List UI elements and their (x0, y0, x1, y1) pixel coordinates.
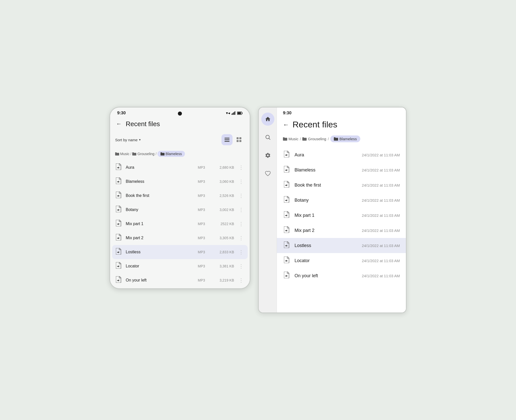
tablet-file-row[interactable]: Book the first 24/1/2022 at 11:03 AM (277, 178, 406, 193)
file-name: Mix part 1 (126, 222, 194, 226)
tablet-breadcrumb-music[interactable]: Music (283, 137, 298, 141)
tablet-file-date: 24/1/2022 at 11:03 AM (362, 259, 400, 263)
breadcrumb-blameless[interactable]: Blameless (157, 151, 185, 157)
more-options-button[interactable]: ⋮ (238, 221, 245, 227)
phone-file-row[interactable]: On your left MP3 3,219 KB ⋮ (110, 273, 250, 287)
phone-file-row[interactable]: Blameless MP3 3,060 KB ⋮ (110, 174, 250, 189)
file-type: MP3 (198, 250, 210, 254)
audio-file-icon (283, 257, 291, 265)
file-name: Book the first (126, 193, 194, 198)
phone-file-row[interactable]: Botany MP3 3,002 KB ⋮ (110, 203, 250, 217)
file-size: 2522 KB (214, 222, 234, 226)
list-view-icon (224, 137, 230, 142)
tablet-back-button[interactable]: ← (283, 121, 289, 128)
svg-rect-6 (242, 113, 243, 114)
more-options-button[interactable]: ⋮ (238, 179, 245, 185)
tablet-file-date: 24/1/2022 at 11:03 AM (362, 168, 400, 172)
breadcrumb-music-label: Music (120, 152, 130, 156)
tablet-breadcrumb-grouseling[interactable]: Grouseling (302, 137, 326, 141)
tablet-breadcrumb: Music / Grouseling / Blameless (277, 133, 406, 146)
svg-rect-9 (224, 141, 230, 142)
audio-file-icon (283, 226, 291, 234)
phone-file-row[interactable]: Lostless MP3 2,833 KB ⋮ (112, 245, 248, 259)
tablet-file-row[interactable]: Aura 24/1/2022 at 11:03 AM (277, 147, 406, 162)
phone-file-row[interactable]: Book the first MP3 2,526 KB ⋮ (110, 189, 250, 203)
audio-file-icon (283, 151, 291, 159)
svg-rect-35 (285, 155, 286, 156)
audio-file-icon (115, 192, 122, 200)
tablet-file-row[interactable]: Mix part 1 24/1/2022 at 11:03 AM (277, 208, 406, 223)
tablet-file-date: 24/1/2022 at 11:03 AM (362, 213, 400, 218)
nav-settings-button[interactable] (261, 149, 274, 162)
breadcrumb-music[interactable]: Music (115, 152, 130, 156)
svg-rect-38 (287, 184, 287, 186)
more-options-button[interactable]: ⋮ (238, 235, 245, 241)
svg-rect-46 (287, 245, 287, 247)
svg-rect-5 (238, 112, 241, 114)
folder-icon (283, 137, 287, 141)
svg-rect-25 (117, 238, 118, 239)
file-size: 2,833 KB (214, 250, 234, 254)
file-size: 3,305 KB (214, 236, 234, 240)
svg-rect-39 (285, 185, 286, 186)
tablet-file-row[interactable]: Botany 24/1/2022 at 11:03 AM (277, 193, 406, 208)
file-type: MP3 (198, 180, 210, 184)
tablet-file-name: Lostless (295, 243, 358, 248)
tablet-file-name: Mix part 2 (295, 228, 358, 233)
svg-line-33 (269, 138, 270, 140)
tablet-breadcrumb-grouseling-label: Grouseling (308, 137, 326, 141)
tablet-file-row[interactable]: Lostless 24/1/2022 at 11:03 AM (277, 238, 406, 253)
audio-file-icon (283, 272, 291, 280)
file-size: 3,381 KB (214, 264, 234, 268)
tablet-breadcrumb-blameless[interactable]: Blameless (330, 135, 360, 142)
phone-back-button[interactable]: ← (115, 120, 123, 128)
breadcrumb-blameless-label: Blameless (166, 152, 182, 156)
svg-rect-3 (235, 111, 235, 115)
audio-file-icon (283, 181, 291, 189)
tablet-file-name: Book the first (295, 183, 358, 188)
file-name: Blameless (126, 179, 194, 184)
phone-file-list: Aura MP3 2,680 KB ⋮ Blameless MP3 3,060 … (110, 159, 250, 288)
nav-favorites-button[interactable] (261, 167, 274, 180)
svg-rect-13 (239, 140, 241, 142)
nav-home-button[interactable] (261, 113, 274, 126)
file-size: 3,060 KB (214, 180, 234, 184)
file-type: MP3 (198, 208, 210, 212)
svg-rect-51 (285, 275, 286, 276)
audio-file-icon (115, 178, 122, 186)
more-options-button[interactable]: ⋮ (238, 263, 245, 269)
more-options-button[interactable]: ⋮ (238, 193, 245, 199)
file-name: Botany (126, 207, 194, 212)
phone-file-row[interactable]: Mix part 1 MP3 2522 KB ⋮ (110, 217, 250, 231)
tablet-file-name: Blameless (295, 167, 358, 173)
list-view-button[interactable] (221, 134, 233, 145)
tablet-file-row[interactable]: Locator 24/1/2022 at 11:03 AM (277, 253, 406, 268)
more-options-button[interactable]: ⋮ (238, 164, 245, 170)
phone-file-row[interactable]: Mix part 2 MP3 3,305 KB ⋮ (110, 231, 250, 245)
svg-rect-37 (285, 170, 286, 171)
tablet-file-row[interactable]: On your left 24/1/2022 at 11:03 AM (277, 268, 406, 283)
more-options-button[interactable]: ⋮ (238, 249, 245, 255)
file-type: MP3 (198, 278, 210, 282)
phone-status-bar: 9:30 ▾◂ (110, 108, 250, 118)
tablet-file-date: 24/1/2022 at 11:03 AM (362, 153, 400, 157)
tablet-screen: 9:30 ← Recent files Music / Gro (258, 107, 407, 313)
phone-file-row[interactable]: Aura MP3 2,680 KB ⋮ (110, 160, 250, 174)
tablet-file-row[interactable]: Mix part 2 24/1/2022 at 11:03 AM (277, 223, 406, 238)
tablet-file-row[interactable]: Blameless 24/1/2022 at 11:03 AM (277, 162, 406, 178)
svg-rect-44 (287, 230, 287, 231)
file-name: Aura (126, 165, 194, 170)
phone-file-row[interactable]: Locator MP3 3,381 KB ⋮ (110, 259, 250, 273)
sort-button[interactable]: Sort by name ▾ (115, 138, 141, 142)
nav-search-button[interactable] (261, 131, 274, 144)
tablet-nav-rail (259, 108, 277, 312)
breadcrumb-grouseling[interactable]: Grouseling (132, 152, 154, 156)
more-options-button[interactable]: ⋮ (238, 207, 245, 213)
audio-file-icon (115, 248, 122, 256)
phone-app-header: ← Recent files (110, 118, 250, 132)
more-options-button[interactable]: ⋮ (238, 277, 245, 283)
audio-file-icon (115, 206, 122, 214)
grid-view-button[interactable] (234, 134, 245, 145)
svg-rect-48 (287, 260, 287, 262)
camera-notch (178, 112, 182, 116)
